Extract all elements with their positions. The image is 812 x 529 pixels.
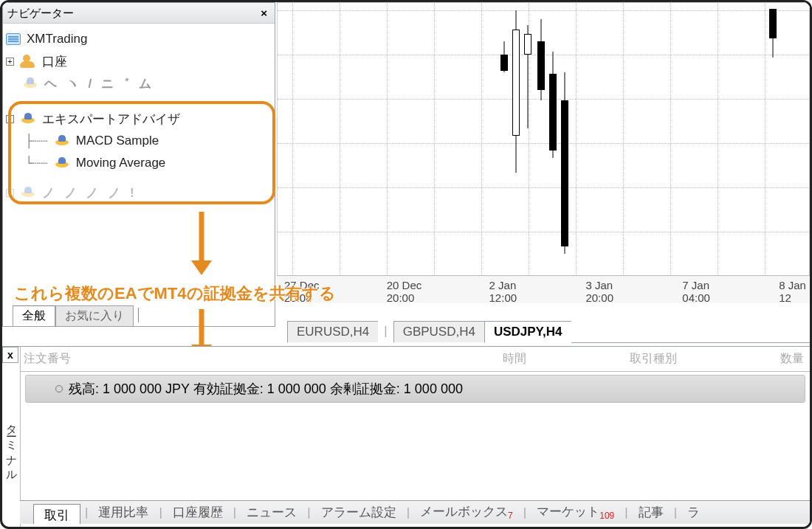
nav-ea-item-label: MACD Sample [76, 134, 159, 148]
ea-icon [20, 113, 36, 125]
expand-icon: + [6, 189, 14, 197]
chart-tab-active[interactable]: USDJPY,H4 [484, 321, 571, 343]
nav-ea-item[interactable]: ├┈┈ MACD Sample [6, 130, 272, 152]
nav-ea-label: エキスパートアドバイザ [42, 111, 180, 128]
terminal-tabs: 取引|運用比率|口座履歴|ニュース|アラーム設定|メールボックス7|マーケット1… [20, 500, 810, 524]
balance-text: 残高: 1 000 000 JPY 有効証拠金: 1 000 000 余剰証拠金… [69, 380, 463, 398]
terminal-panel: x ターミナル 注文番号 時間 取引種別 数量 残高: 1 000 000 JP… [2, 346, 810, 527]
chart-tab[interactable]: GBPUSD,H4 [393, 321, 484, 343]
expand-icon[interactable]: + [6, 58, 14, 66]
annotation-text: これら複数のEAでMT4の証拠金を共有する [14, 283, 802, 305]
script-icon [20, 187, 36, 198]
terminal-column-headers: 注文番号 時間 取引種別 数量 [21, 347, 810, 372]
navigator-tabs: 全般 お気に入り [0, 305, 278, 325]
navigator-title: ナビゲーター [7, 4, 74, 23]
nav-root-label: XMTrading [27, 32, 88, 46]
nav-accounts[interactable]: + 口座 [6, 50, 272, 72]
chart-tabs: EURUSD,H4 | GBPUSD,H4 USDJPY,H4 [287, 319, 810, 343]
ea-icon [54, 157, 70, 169]
terminal-tab[interactable]: アラーム設定 [315, 502, 402, 522]
terminal-tab[interactable]: ニュース [241, 502, 303, 522]
terminal-icon [6, 33, 21, 45]
terminal-tab[interactable]: 記事 [633, 502, 670, 522]
nav-ea-item[interactable]: └┈┈ Moving Average [6, 152, 272, 174]
tab-favorites[interactable]: お気に入り [55, 305, 134, 326]
col-time[interactable]: 時間 [503, 351, 526, 367]
ea-icon [54, 135, 70, 147]
chart-tab[interactable]: EURUSD,H4 [287, 321, 378, 343]
nav-root[interactable]: XMTrading [6, 28, 272, 50]
navigator-panel: ナビゲーター × XMTrading + 口座 ヘ ヽ / ニ゛ ム ゟ [2, 2, 275, 327]
terminal-close-icon[interactable]: x [2, 347, 18, 363]
close-icon[interactable]: × [258, 4, 270, 23]
terminal-tab[interactable]: 運用比率 [92, 502, 154, 522]
nav-ea-group[interactable]: - エキスパートアドバイザ [6, 108, 272, 130]
terminal-tab[interactable]: ラ [681, 502, 706, 522]
col-order-no[interactable]: 注文番号 [24, 351, 71, 367]
navigator-titlebar[interactable]: ナビゲーター × [3, 3, 275, 24]
accounts-icon [20, 55, 36, 68]
col-qty[interactable]: 数量 [780, 351, 804, 367]
nav-ea-item-label: Moving Average [76, 156, 166, 170]
tab-general[interactable]: 全般 [13, 305, 55, 326]
terminal-tab[interactable]: マーケット109 [531, 502, 620, 522]
nav-row-truncated: + ノ ノ ノ ノ ! [6, 181, 272, 204]
balance-row[interactable]: 残高: 1 000 000 JPY 有効証拠金: 1 000 000 余剰証拠金… [25, 375, 805, 403]
nav-accounts-label: 口座 [42, 53, 67, 70]
terminal-tab[interactable]: メールボックス7 [414, 502, 519, 522]
nav-row-truncated: ヘ ヽ / ニ゛ ム ゟ [6, 72, 272, 94]
indicator-icon [22, 77, 38, 89]
col-type[interactable]: 取引種別 [630, 351, 677, 367]
terminal-title: ターミナル [1, 416, 18, 477]
chart-area[interactable] [277, 2, 810, 303]
terminal-tab[interactable]: 口座履歴 [167, 502, 229, 522]
status-dot-icon [55, 385, 63, 393]
collapse-icon[interactable]: - [6, 115, 14, 123]
terminal-tab[interactable]: 取引 [33, 504, 80, 524]
tab-separator [138, 308, 139, 322]
